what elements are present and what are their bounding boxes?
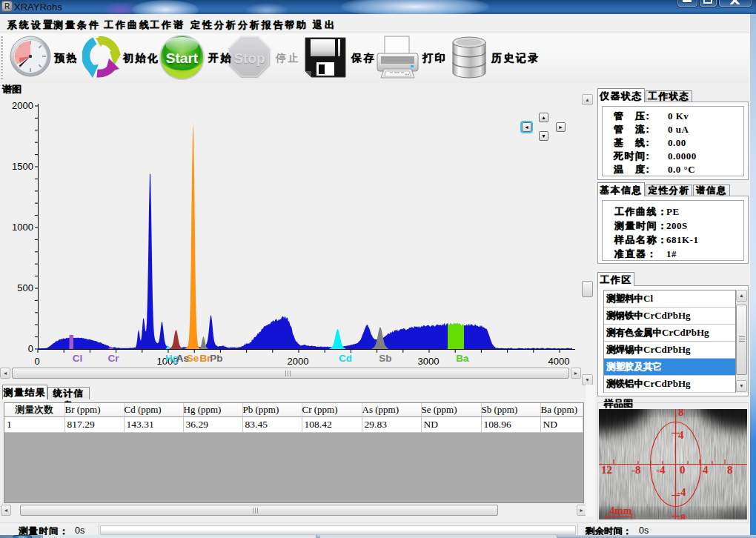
svg-text:Stop: Stop [233,50,265,66]
svg-text:Cr: Cr [107,353,119,364]
svg-text:-4: -4 [677,486,686,498]
svg-text:Cl: Cl [73,353,83,364]
svg-text:0: 0 [28,343,33,354]
svg-text:-8: -8 [631,464,641,476]
svg-text:Start: Start [166,50,199,66]
svg-text:1500: 1500 [12,161,33,172]
svg-text:4: 4 [703,464,709,476]
svg-text:Sb: Sb [379,353,391,364]
svg-text:0: 0 [34,356,39,367]
svg-text:12: 12 [601,464,612,476]
svg-text:-4: -4 [656,464,666,476]
svg-text:500: 500 [17,282,33,293]
svg-text:Cd: Cd [339,353,352,364]
svg-text:8: 8 [727,464,733,476]
svg-text:Se: Se [187,353,199,364]
svg-text:3000: 3000 [418,356,440,367]
svg-text:8: 8 [678,409,684,418]
svg-text:Ba: Ba [456,353,469,364]
svg-text:0: 0 [680,464,686,476]
svg-text:2000: 2000 [288,356,309,367]
svg-text:4000: 4000 [548,356,570,367]
svg-text:4: 4 [678,429,684,441]
svg-text:Pb: Pb [210,353,222,364]
svg-text:-8: -8 [677,512,686,519]
svg-text:2000: 2000 [12,100,33,111]
svg-text:1000: 1000 [12,222,33,233]
svg-text:4mm: 4mm [609,505,632,517]
